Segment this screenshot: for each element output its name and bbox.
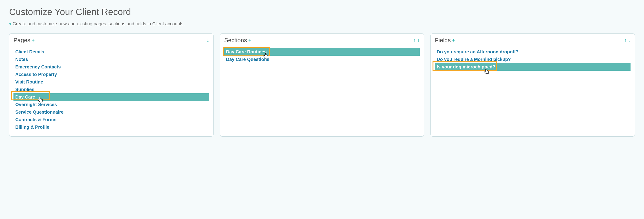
list-item[interactable]: Notes xyxy=(14,56,209,63)
pages-panel: Pages + ↑ ↓ Client Details Notes Emergen… xyxy=(9,33,214,137)
list-item-selected[interactable]: Is your dog microchipped? xyxy=(435,63,630,71)
sections-panel-header: Sections + ↑ ↓ xyxy=(224,37,420,46)
sections-move-up-icon[interactable]: ↑ xyxy=(413,37,416,43)
list-item[interactable]: Day Care Questions xyxy=(224,56,420,63)
list-item[interactable]: Supplies xyxy=(14,86,209,93)
list-item[interactable]: Access to Property xyxy=(14,71,209,78)
fields-list: Do you require an Afternoon dropoff? Do … xyxy=(435,48,630,71)
sections-move-down-icon[interactable]: ↓ xyxy=(417,37,420,43)
add-section-icon[interactable]: + xyxy=(248,37,251,43)
fields-panel-title: Fields xyxy=(435,37,450,44)
add-page-icon[interactable]: + xyxy=(32,37,35,43)
list-item[interactable]: Service Questionnaire xyxy=(14,108,209,116)
fields-panel-header: Fields + ↑ ↓ xyxy=(435,37,630,46)
subtitle-row: ›› Create and customize new and existing… xyxy=(9,21,635,26)
pages-list: Client Details Notes Emergency Contacts … xyxy=(14,48,209,131)
list-item[interactable]: Visit Routine xyxy=(14,78,209,86)
pages-panel-title: Pages xyxy=(14,37,30,44)
list-item-selected[interactable]: Day Care Routines xyxy=(224,48,420,56)
page-title: Customize Your Client Record xyxy=(9,7,635,17)
double-chevron-icon: ›› xyxy=(9,21,10,26)
pages-move-up-icon[interactable]: ↑ xyxy=(203,37,205,43)
list-item[interactable]: Overnight Services xyxy=(14,101,209,108)
panels-container: Pages + ↑ ↓ Client Details Notes Emergen… xyxy=(9,33,635,137)
fields-move-up-icon[interactable]: ↑ xyxy=(624,37,627,43)
page-subtitle: Create and customize new and existing pa… xyxy=(12,21,185,26)
fields-move-down-icon[interactable]: ↓ xyxy=(628,37,630,43)
list-item[interactable]: Do you require an Afternoon dropoff? xyxy=(435,48,630,56)
fields-panel: Fields + ↑ ↓ Do you require an Afternoon… xyxy=(430,33,635,137)
add-field-icon[interactable]: + xyxy=(452,37,455,43)
list-item[interactable]: Client Details xyxy=(14,48,209,56)
sections-panel-title: Sections xyxy=(224,37,247,44)
pages-move-down-icon[interactable]: ↓ xyxy=(207,37,209,43)
list-item[interactable]: Emergency Contacts xyxy=(14,63,209,71)
pages-panel-header: Pages + ↑ ↓ xyxy=(14,37,209,46)
list-item[interactable]: Contracts & Forms xyxy=(14,116,209,123)
sections-list: Day Care Routines Day Care Questions xyxy=(224,48,420,63)
list-item[interactable]: Do you require a Morning pickup? xyxy=(435,56,630,63)
list-item-selected[interactable]: Day Care xyxy=(14,93,209,101)
list-item[interactable]: Billing & Profile xyxy=(14,123,209,131)
sections-panel: Sections + ↑ ↓ Day Care Routines Day Car… xyxy=(220,33,424,137)
